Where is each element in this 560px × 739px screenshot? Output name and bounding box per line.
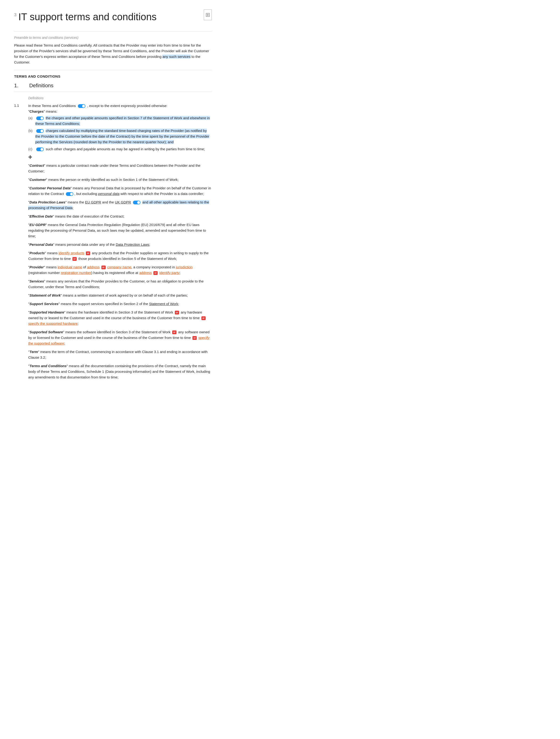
terms-heading: TERMS AND CONDITIONS	[14, 74, 212, 79]
or-badge-provider-1: or	[102, 266, 106, 269]
or-badge-provider-2: or	[153, 271, 158, 275]
def-support-services: "Support Services" means the support ser…	[28, 301, 212, 307]
page-header: 3 IT support terms and conditions ⊞	[14, 9, 212, 24]
def-term: "Term" means the term of the Contract, c…	[28, 349, 212, 360]
or-badge-products-2: or	[73, 257, 77, 261]
section-number: 1.	[14, 82, 21, 90]
toggle-dpl[interactable]	[133, 201, 140, 204]
def-products: "Products" means identify products or an…	[28, 250, 212, 262]
def-data-protection-laws: "Data Protection Laws" means the EU GDPR…	[28, 199, 212, 211]
toggle-b[interactable]	[36, 129, 44, 133]
def-eu-gdpr: "EU GDPR" means the General Data Protect…	[28, 222, 212, 239]
def-customer-personal-data: "Customer Personal Data" means any Perso…	[28, 185, 212, 197]
move-handle[interactable]: ✚	[28, 153, 212, 161]
charges-a: (a) the charges and other payable amount…	[28, 115, 212, 127]
or-badge-sh-2: or	[201, 316, 205, 320]
or-badge-products-1: or	[86, 252, 90, 255]
def-supported-hardware: "Supported Hardware" means the hardware …	[28, 309, 212, 326]
charges-term: Charges	[29, 109, 43, 113]
grid-icon[interactable]: ⊞	[204, 9, 212, 20]
def-contract: "Contract" means a particular contract m…	[28, 163, 212, 174]
toggle-a[interactable]	[36, 116, 44, 120]
charges-list: (a) the charges and other payable amount…	[28, 115, 212, 152]
or-badge-ss-1: or	[172, 330, 176, 334]
section-title: Definitions	[29, 83, 53, 89]
def-terms-and-conditions: "Terms and Conditions" means all the doc…	[28, 363, 212, 380]
page-number: 3	[14, 12, 16, 18]
divider-terms	[14, 70, 212, 70]
def-statement-of-work: "Statement of Work" means a written stat…	[28, 293, 212, 298]
def-services: "Services" means any services that the P…	[28, 279, 212, 290]
clause-number: 1.1	[14, 103, 28, 161]
preamble-text: Please read these Terms and Conditions c…	[14, 42, 212, 65]
or-badge-ss-2: or	[192, 336, 197, 340]
definitions-list: "Contract" means a particular contract m…	[28, 163, 212, 380]
definitions-label: Definitions	[28, 96, 212, 101]
charges-b: (b) charges calculated by multiplying th…	[28, 128, 212, 145]
def-effective-date: "Effective Date" means the date of execu…	[28, 213, 212, 219]
def-supported-software: "Supported Software" means the software …	[28, 329, 212, 346]
toggle-cpd[interactable]	[66, 192, 74, 196]
section-1-header: 1. Definitions	[14, 82, 212, 90]
def-customer: "Customer" means the person or entity id…	[28, 177, 212, 182]
def-provider: "Provider" means individual name of addr…	[28, 264, 212, 276]
preamble-label: Preamble to terms and conditions (servic…	[14, 35, 212, 40]
clause-1-1: 1.1 In these Terms and Conditions , exce…	[14, 103, 212, 161]
or-badge-sh-1: or	[175, 311, 179, 314]
clause-content: In these Terms and Conditions , except t…	[28, 103, 212, 161]
def-personal-data: "Personal Data" means personal data unde…	[28, 242, 212, 248]
charges-c: (c) such other charges and payable amoun…	[28, 146, 212, 152]
toggle-1-1[interactable]	[78, 104, 86, 108]
toggle-c[interactable]	[36, 147, 44, 151]
page-title: IT support terms and conditions	[18, 9, 157, 24]
